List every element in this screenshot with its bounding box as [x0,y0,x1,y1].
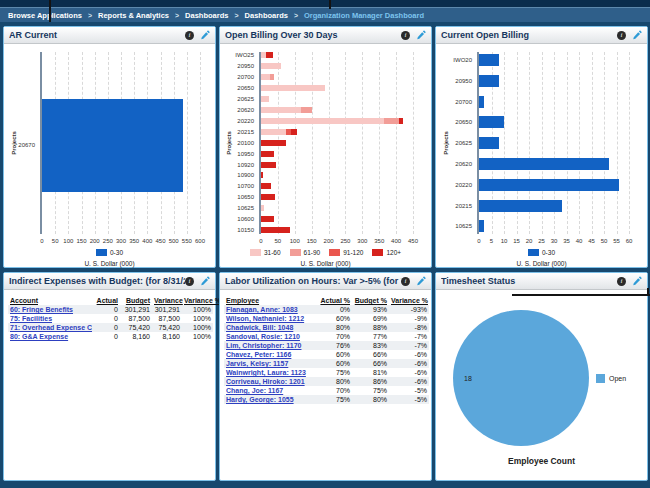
pie-slice-open[interactable] [453,310,589,446]
column-header[interactable]: Variance % [389,296,429,305]
edit-pencil-icon[interactable] [200,30,210,40]
bar-20700[interactable] [479,96,484,108]
employee-link[interactable]: Sandoval, Rosie: 1210 [226,333,300,340]
breadcrumb-item[interactable]: Dashboards [185,11,228,20]
employee-link[interactable]: Wilson, Nathaniel: 1212 [226,315,304,322]
bar-10625[interactable] [479,220,484,232]
bar-segment-20625[interactable] [261,96,269,102]
bar-segment-IWO25[interactable] [266,52,273,58]
employee-link[interactable]: Flanagan, Anne: 1083 [226,306,298,313]
table-row: Lim, Christopher: 117076%83%-7% [224,341,429,350]
bar-segment-10900[interactable] [261,172,263,178]
account-link[interactable]: 71: Overhead Expense Corp [10,324,92,331]
employee-link[interactable]: Hardy, George: 1055 [226,396,294,403]
column-header[interactable]: Actual [92,296,120,305]
info-icon[interactable]: i [401,31,410,40]
bar-20950[interactable] [479,75,499,87]
top-strip [0,0,650,7]
bar-segment-20220[interactable] [399,118,402,124]
value-cell: 70% [316,332,352,341]
bar-segment-20620[interactable] [261,107,301,113]
edit-pencil-icon[interactable] [632,30,642,40]
bar-segment-20220[interactable] [384,118,399,124]
column-header[interactable]: Variance % [182,296,213,305]
table-row: Corriveau, Hiroko: 120180%86%-6% [224,377,429,386]
value-cell: 60% [316,359,352,368]
gridline [579,52,580,234]
column-header[interactable]: Employee [224,296,316,305]
bar-segment-20950[interactable] [261,63,281,69]
bar-20215[interactable] [479,200,562,212]
bar-segment-10650[interactable] [261,194,275,200]
value-cell: 75,420 [152,323,182,332]
employee-link[interactable]: Chang, Joe: 1167 [226,387,283,394]
info-icon[interactable]: i [185,31,194,40]
account-link[interactable]: 75: Facilities [10,315,52,322]
bar-segment-20215[interactable] [261,129,286,135]
row-label-cell: Wilson, Nathaniel: 1212 [224,314,316,323]
pie-caption: Employee Count [436,456,647,466]
row-label-cell: Chadwick, Bill: 1048 [224,323,316,332]
panel-labor-utilization: Labor Utilization on Hours: Var >-5% (fo… [219,272,432,481]
employee-link[interactable]: Jarvis, Kelsy: 1157 [226,360,288,367]
bar-segment-10920[interactable] [261,162,276,168]
bar-segment-10150[interactable] [261,227,290,233]
bar-segment-20100[interactable] [261,140,286,146]
bar-segment-20700[interactable] [261,74,270,80]
y-category-label: 20700 [220,73,254,81]
column-header[interactable]: Budget % [352,296,389,305]
account-link[interactable]: 60: Fringe Benefits [10,306,73,313]
employee-link[interactable]: Corriveau, Hiroko: 1201 [226,378,305,385]
value-cell: -6% [389,359,429,368]
table-row: Chang, Joe: 116770%75%-5% [224,386,429,395]
value-cell: -6% [389,350,429,359]
info-icon[interactable]: i [401,277,410,286]
breadcrumb-item[interactable]: Browse Applications [8,11,82,20]
table-row: Hardy, George: 105575%80%-5% [224,395,429,404]
bar-segment-10700[interactable] [261,183,271,189]
legend-swatch [528,249,539,256]
bar-segment-20215[interactable] [291,129,297,135]
edit-pencil-icon[interactable] [632,276,642,286]
employee-link[interactable]: Chavez, Peter: 1166 [226,351,291,358]
gridline [413,52,414,234]
edit-pencil-icon[interactable] [416,30,426,40]
gridline [200,52,201,234]
y-category-label: 20625 [436,139,472,147]
bar-20670[interactable] [42,99,183,192]
column-header[interactable]: Budget [120,296,152,305]
column-header[interactable]: Variance [152,296,182,305]
bar-20620[interactable] [479,158,609,170]
value-cell: 66% [352,350,389,359]
edit-pencil-icon[interactable] [416,276,426,286]
edit-pencil-icon[interactable] [200,276,210,286]
bar-segment-10625[interactable] [261,205,264,211]
bar-segment-10950[interactable] [261,151,274,157]
bar-20650[interactable] [479,116,504,128]
employee-link[interactable]: Chadwick, Bill: 1048 [226,324,293,331]
x-tick-label: 150 [307,238,317,245]
column-header[interactable]: Account [8,296,92,305]
info-icon[interactable]: i [617,277,626,286]
bar-segment-10600[interactable] [261,216,274,222]
bar-segment-20620[interactable] [301,107,312,113]
bar-IWO20[interactable] [479,54,499,66]
info-icon[interactable]: i [617,31,626,40]
bar-segment-20650[interactable] [261,85,325,91]
info-icon[interactable]: i [185,277,194,286]
employee-link[interactable]: Wainwright, Laura: 1123 [226,369,306,376]
legend-label: 0-30 [110,249,123,256]
bar-20625[interactable] [479,137,499,149]
bar-20220[interactable] [479,179,619,191]
employee-link[interactable]: Lim, Christopher: 1170 [226,342,301,349]
value-cell: 86% [352,377,389,386]
bar-segment-20700[interactable] [270,74,273,80]
data-table: AccountActualBudgetVarianceVariance %60:… [8,296,213,341]
breadcrumb-item[interactable]: Dashboards [245,11,288,20]
gridline [345,52,346,234]
column-header[interactable]: Actual % [316,296,352,305]
bar-segment-20220[interactable] [261,118,384,124]
account-link[interactable]: 80: G&A Expense [10,333,68,340]
gridline [187,52,188,234]
breadcrumb-item[interactable]: Reports & Analytics [98,11,169,20]
